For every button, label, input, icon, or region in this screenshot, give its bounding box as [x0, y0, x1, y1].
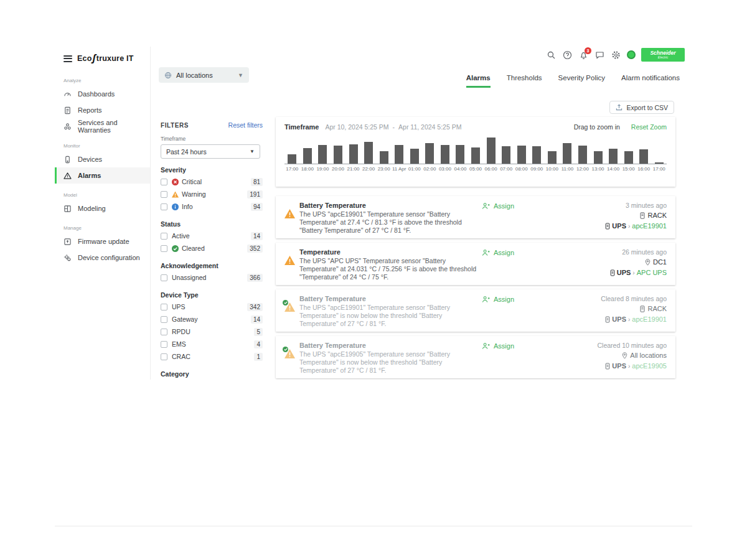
alarm-row[interactable]: Battery Temperature The UPS "apcE19901" … — [276, 289, 675, 332]
chart-tick-label: 06:00 — [483, 166, 499, 172]
filter-group-category: Category Power 146 — [161, 370, 263, 380]
settings-gear-icon[interactable] — [611, 50, 621, 60]
notifications-bell-icon[interactable]: 3 — [578, 50, 589, 60]
device-link[interactable]: apcE19901 — [632, 315, 667, 323]
critical-severity-icon — [172, 179, 179, 185]
filter-row-cleared: Cleared 352 — [161, 242, 263, 254]
checkbox-warning[interactable] — [161, 191, 167, 198]
filter-group-device-type: Device Type UPS 342 Gateway 14 RPDU 5 — [161, 291, 263, 363]
schneider-electric-logo[interactable]: Schneider Electric — [641, 48, 685, 62]
chart-tick-label: 10:00 — [545, 166, 560, 172]
sidebar-item-label: Device configuration — [78, 254, 140, 261]
assign-button[interactable]: Assign — [482, 202, 563, 233]
sidebar-item-modeling[interactable]: Modeling — [55, 200, 150, 217]
filter-group-severity: Severity Critical 81 Warning 191 — [161, 166, 263, 213]
chart-bar — [392, 145, 407, 164]
feedback-icon[interactable] — [594, 50, 605, 60]
location-selector-value: All locations — [176, 72, 233, 79]
chart-bar — [529, 146, 545, 164]
user-avatar[interactable] — [627, 50, 636, 59]
checkbox-crac[interactable] — [161, 353, 167, 360]
alarm-description: The UPS "APC UPS" Temperature sensor "Ba… — [299, 257, 477, 281]
assign-button[interactable]: Assign — [482, 342, 563, 373]
device-link[interactable]: APC UPS — [637, 269, 667, 276]
device-link[interactable]: apcE19905 — [632, 362, 667, 370]
sidebar-section-monitor: Monitor Devices Alarms — [55, 139, 150, 184]
export-icon — [616, 104, 622, 111]
checkbox-critical[interactable] — [161, 179, 167, 185]
cleared-check-icon — [283, 347, 288, 352]
timeframe-select[interactable]: Past 24 hours ▼ — [161, 144, 260, 159]
sidebar-item-dashboards[interactable]: Dashboards — [55, 86, 150, 102]
chart-bar — [545, 151, 560, 164]
cleared-check-icon — [283, 300, 288, 306]
alarm-row[interactable]: Battery Temperature The UPS "apcE19905" … — [276, 336, 675, 378]
tab-alarm-notifications[interactable]: Alarm notifications — [621, 74, 680, 88]
sidebar: Ecoʃtruxure IT Analyze Dashboards Report… — [55, 47, 151, 380]
brand: Ecoʃtruxure IT — [55, 47, 150, 69]
help-icon[interactable] — [562, 50, 573, 60]
filter-count: 1 — [254, 353, 263, 361]
chart-tick-label: 11 Apr — [392, 166, 407, 172]
filter-row-critical: Critical 81 — [161, 175, 263, 188]
hamburger-menu-icon[interactable] — [63, 55, 72, 62]
sidebar-item-label: Devices — [78, 156, 102, 163]
chart-tick-label: 17:00 — [284, 166, 300, 172]
reset-zoom-link[interactable]: Reset Zoom — [631, 123, 667, 131]
checkbox-ems[interactable] — [161, 341, 167, 348]
sidebar-item-firmware-update[interactable]: Firmware update — [55, 233, 150, 250]
alarm-description: The UPS "apcE19901" Temperature sensor "… — [299, 210, 477, 235]
alarm-time-ago: 26 minutes ago — [610, 248, 667, 256]
sidebar-item-label: Reports — [78, 106, 102, 114]
checkbox-active[interactable] — [161, 233, 167, 240]
chart-tick-label: 09:00 — [529, 166, 545, 172]
chart-tick-label: 15:00 — [621, 166, 636, 172]
ups-device-icon — [605, 316, 610, 323]
checkbox-rpdu[interactable] — [161, 329, 167, 335]
checkbox-info[interactable] — [161, 203, 167, 210]
assign-button[interactable]: Assign — [482, 248, 563, 279]
chevron-right-icon: › — [628, 363, 630, 370]
tab-thresholds[interactable]: Thresholds — [507, 74, 542, 88]
firmware-update-icon — [63, 238, 72, 246]
modeling-icon — [63, 205, 72, 213]
checkbox-gateway[interactable] — [161, 316, 167, 323]
ups-device-icon — [605, 223, 610, 230]
tab-alarms[interactable]: Alarms — [466, 74, 491, 88]
warning-triangle-icon — [284, 209, 295, 218]
app-title: Ecoʃtruxure IT — [77, 54, 134, 63]
chart-date-range: Apr 10, 2024 5:25 PM - Apr 11, 2024 5:25… — [325, 123, 461, 131]
alarm-row[interactable]: Temperature The UPS "APC UPS" Temperatur… — [276, 243, 675, 285]
info-severity-icon — [172, 203, 179, 210]
export-csv-button[interactable]: Export to CSV — [609, 101, 674, 114]
sidebar-item-reports[interactable]: Reports — [55, 102, 150, 118]
filter-count: 352 — [247, 245, 263, 253]
sidebar-item-alarms[interactable]: Alarms — [55, 167, 150, 184]
alarm-row[interactable]: Battery Temperature The UPS "apcE19901" … — [276, 196, 675, 238]
alarm-location: RACK — [601, 305, 667, 312]
device-link[interactable]: apcE19901 — [632, 222, 667, 230]
reset-filters-link[interactable]: Reset filters — [228, 121, 263, 129]
sidebar-item-devices[interactable]: Devices — [55, 151, 150, 167]
assign-button[interactable]: Assign — [482, 295, 563, 326]
chart-tick-label: 17:00 — [652, 166, 667, 172]
alarm-description: The UPS "apcE19901" Temperature sensor "… — [299, 304, 477, 328]
alarm-location: RACK — [605, 212, 667, 219]
alarm-location: All locations — [598, 352, 667, 359]
chart-tick-label: 12:00 — [575, 166, 591, 172]
tab-severity-policy[interactable]: Severity Policy — [558, 74, 605, 88]
alarm-title: Battery Temperature — [299, 342, 477, 349]
sidebar-item-services-warranties[interactable]: Services and Warranties — [55, 118, 150, 134]
filter-group-acknowledgement: Acknowledgement Unassigned 366 — [161, 262, 263, 284]
search-icon[interactable] — [546, 50, 557, 60]
chart-bar — [606, 149, 621, 164]
sidebar-item-device-configuration[interactable]: Device configuration — [55, 250, 150, 266]
filter-row-info: Info 94 — [161, 200, 263, 213]
filter-row-active: Active 14 — [161, 230, 263, 242]
checkbox-cleared[interactable] — [161, 245, 167, 252]
checkbox-unassigned[interactable] — [161, 274, 167, 281]
location-selector[interactable]: All locations ▼ — [159, 67, 249, 83]
checkbox-ups[interactable] — [161, 304, 167, 310]
chart-bars[interactable] — [284, 136, 667, 164]
section-label: Analyze — [55, 74, 150, 86]
